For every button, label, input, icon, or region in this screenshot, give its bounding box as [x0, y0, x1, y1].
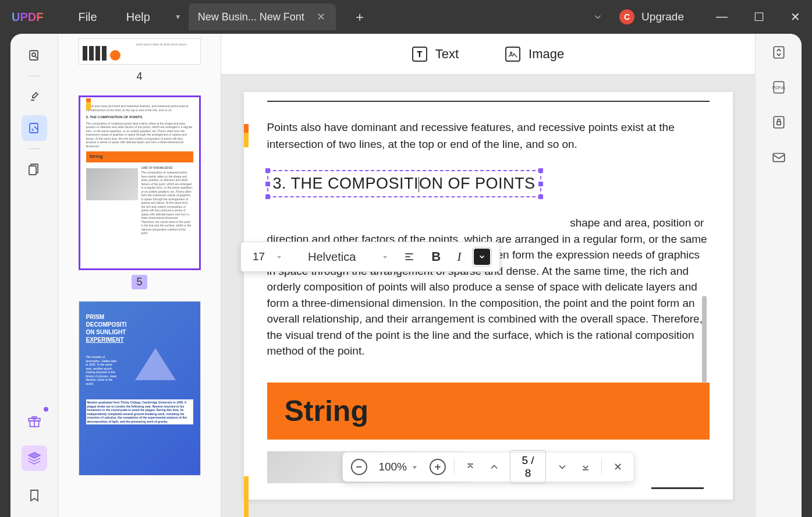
font-size-dropdown[interactable]: 17	[246, 246, 289, 268]
svg-marker-11	[413, 466, 417, 469]
tab-active[interactable]: New Busin... New Font ✕	[189, 3, 336, 30]
tabs-dropdown-icon[interactable]: ▼	[168, 8, 189, 26]
highlighter-tool[interactable]	[22, 84, 47, 109]
page-content: Points also have dominant and recessive …	[244, 92, 733, 500]
paragraph[interactable]: Points also have dominant and recessive …	[267, 119, 710, 153]
mail-button[interactable]	[769, 147, 789, 167]
string-heading-block[interactable]: String	[267, 383, 710, 440]
align-button[interactable]	[395, 246, 423, 267]
app-logo: UPDF	[6, 10, 49, 24]
zoom-level[interactable]: 100%	[375, 461, 421, 473]
thumbnail-page-6[interactable]: PRISM DECOMPOSITI ON SUNLIGHT EXPERIMENT…	[76, 301, 203, 476]
svg-rect-17	[774, 116, 783, 128]
bold-button[interactable]: B	[423, 245, 449, 269]
image-icon	[505, 47, 520, 62]
document-area: T Text Image Points also have dominant a…	[221, 34, 755, 517]
italic-button[interactable]: I	[449, 245, 469, 269]
close-button[interactable]: ✕	[785, 8, 806, 26]
upgrade-label: Upgrade	[641, 10, 684, 23]
bookmark-button[interactable]	[22, 483, 47, 508]
left-toolbar	[10, 34, 58, 517]
color-picker-button[interactable]	[473, 247, 491, 266]
edit-toolbar: T Text Image	[221, 34, 755, 75]
svg-point-1	[32, 53, 36, 56]
titlebar: UPDF File Help ▼ New Busin... New Font ✕…	[0, 0, 812, 34]
thumb-number: 5	[132, 275, 147, 289]
svg-marker-9	[29, 452, 40, 458]
selected-text-box[interactable]: 3. THE COMPOSITION OF POINTS	[267, 170, 541, 197]
gift-button[interactable]	[22, 408, 47, 434]
thumbnail-page-5[interactable]: Points also have dominant and recessive …	[76, 95, 203, 289]
edit-text-label: Text	[435, 47, 459, 62]
zoom-out-button[interactable]: −	[350, 458, 367, 476]
svg-line-2	[36, 56, 37, 58]
page-view[interactable]: Points also have dominant and recessive …	[221, 75, 755, 517]
text-format-toolbar: 17 Helvetica B I	[240, 242, 500, 272]
svg-rect-0	[30, 51, 38, 60]
pages-tool[interactable]	[22, 157, 47, 182]
svg-text:PDF/A: PDF/A	[772, 85, 785, 90]
convert-button[interactable]	[769, 43, 789, 62]
upgrade-button[interactable]: C Upgrade	[619, 9, 684, 24]
close-icon[interactable]: ✕	[316, 10, 327, 23]
page-input[interactable]: 5 / 8	[510, 450, 547, 484]
edit-image-button[interactable]: Image	[505, 47, 564, 62]
minimize-button[interactable]: —	[710, 8, 733, 26]
thumbnail-page-4[interactable]: lorem ipsum dolor sit amet lorem ipsum 4	[76, 38, 203, 84]
maximize-button[interactable]: ☐	[748, 8, 770, 26]
font-family-dropdown[interactable]: Helvetica	[289, 246, 395, 268]
close-nav-button[interactable]: ✕	[610, 458, 625, 476]
svg-marker-21	[383, 256, 387, 258]
thumbnails-panel: lorem ipsum dolor sit amet lorem ipsum 4…	[58, 34, 221, 517]
lock-button[interactable]	[769, 112, 789, 132]
search-tool[interactable]	[22, 43, 47, 68]
svg-point-10	[510, 52, 512, 54]
next-page-button[interactable]	[554, 458, 569, 476]
first-page-button[interactable]	[463, 458, 478, 476]
separator	[29, 76, 40, 76]
menu-help[interactable]: Help	[126, 10, 150, 24]
prev-page-button[interactable]	[486, 458, 501, 476]
svg-marker-20	[277, 256, 281, 258]
right-toolbar: PDF/A	[755, 34, 802, 517]
last-page-button[interactable]	[578, 458, 593, 476]
svg-rect-18	[776, 122, 781, 125]
edit-image-label: Image	[529, 47, 564, 62]
edit-text-button[interactable]: T Text	[412, 47, 459, 62]
svg-rect-5	[29, 166, 36, 175]
main-area: lorem ipsum dolor sit amet lorem ipsum 4…	[10, 34, 802, 517]
thumb-number: 4	[132, 69, 147, 84]
tab-add-button[interactable]: ＋	[348, 3, 372, 30]
menu-bar: File Help	[78, 10, 150, 24]
edit-tool[interactable]	[22, 115, 47, 141]
notification-dot-icon	[44, 407, 48, 412]
menu-file[interactable]: File	[78, 10, 97, 24]
tabs: ▼ New Busin... New Font ✕ ＋	[168, 3, 372, 30]
text-icon: T	[412, 47, 427, 62]
pdfa-button[interactable]: PDF/A	[769, 77, 789, 97]
svg-rect-19	[773, 154, 785, 162]
page-navigation: − 100% + 5 / 8 ✕	[342, 452, 634, 482]
scrollbar[interactable]	[702, 296, 707, 383]
tab-title: New Busin... New Font	[198, 11, 304, 23]
separator	[29, 148, 40, 149]
paragraph[interactable]: The composition of scattered points: her…	[267, 215, 710, 359]
upgrade-avatar-icon: C	[619, 9, 634, 24]
layers-button[interactable]	[22, 445, 47, 471]
zoom-in-button[interactable]: +	[430, 458, 446, 476]
svg-rect-14	[774, 47, 783, 58]
chevron-down-icon[interactable]	[588, 7, 608, 27]
